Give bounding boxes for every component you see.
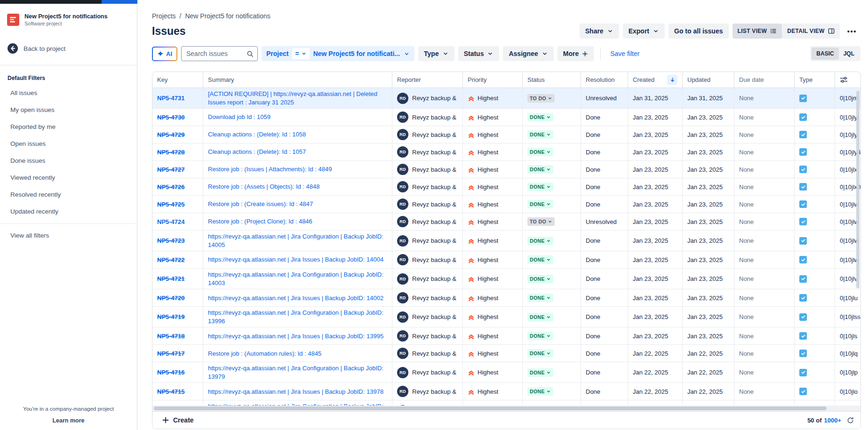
status-filter-dropdown[interactable]: Status	[458, 46, 500, 61]
sidebar-item-done-issues[interactable]: Done issues	[0, 152, 137, 169]
table-row[interactable]: NP5-4714 https://revyz-qa.atlassian.net …	[152, 400, 860, 406]
table-row[interactable]: NP5-4727 Restore job : (Issues | Attachm…	[152, 161, 860, 178]
column-header-status[interactable]: Status	[523, 72, 581, 88]
status-dropdown[interactable]: TO DO	[527, 217, 555, 226]
issue-key-link[interactable]: NP5-4722	[157, 256, 185, 263]
issue-summary-link[interactable]: https://revyz-qa.atlassian.net | Jira Is…	[208, 388, 383, 396]
issue-summary-link[interactable]: Restore job : (Create issues): Id : 4847	[208, 200, 313, 208]
horizontal-scrollbar-thumb[interactable]	[154, 406, 827, 410]
issue-summary-link[interactable]: Restore job : (Automation rules): Id : 4…	[208, 350, 321, 358]
column-header-settings[interactable]	[835, 72, 861, 88]
table-row[interactable]: NP5-4729 Cleanup actions : (Delete): Id …	[152, 126, 860, 143]
issue-key-link[interactable]: NP5-4731	[157, 95, 185, 102]
issue-summary-link[interactable]: https://revyz-qa.atlassian.net | Jira Is…	[208, 332, 383, 341]
status-dropdown[interactable]: DONE	[527, 368, 553, 377]
column-header-reporter[interactable]: Reporter	[392, 72, 463, 88]
table-row[interactable]: NP5-4726 Restore job : (Assets | Objects…	[152, 178, 860, 196]
issue-summary-link[interactable]: https://revyz-qa.atlassian.net | Jira Co…	[208, 309, 387, 325]
issue-summary-link[interactable]: https://revyz-qa.atlassian.net | Jira Is…	[208, 294, 383, 303]
create-issue-button[interactable]: Create	[159, 416, 197, 424]
sidebar-item-view-all-filters[interactable]: View all filters	[0, 227, 137, 244]
save-filter-button[interactable]: Save filter	[607, 49, 642, 58]
issue-key-link[interactable]: NP5-4716	[157, 369, 185, 376]
issue-key-link[interactable]: NP5-4725	[157, 201, 185, 208]
issue-key-link[interactable]: NP5-4723	[157, 237, 185, 244]
column-header-summary[interactable]: Summary	[203, 72, 392, 88]
status-dropdown[interactable]: TO DO	[527, 94, 555, 103]
table-row[interactable]: NP5-4720 https://revyz-qa.atlassian.net …	[152, 289, 860, 307]
issue-summary-link[interactable]: Download job Id : 1059	[208, 113, 271, 121]
issue-key-link[interactable]: NP5-4728	[157, 149, 185, 156]
status-dropdown[interactable]: DONE	[527, 183, 553, 191]
column-header-key[interactable]: Key	[152, 72, 203, 88]
issue-key-link[interactable]: NP5-4717	[157, 350, 185, 357]
table-row[interactable]: NP5-4731 [ACTION REQUIRED] | https://rev…	[152, 88, 860, 109]
table-row[interactable]: NP5-4728 Cleanup actions : (Delete): Id …	[152, 143, 860, 161]
go-to-all-issues-button[interactable]: Go to all issues	[669, 24, 728, 39]
operator-dropdown[interactable]: =	[292, 48, 309, 59]
sidebar-item-open-issues[interactable]: Open issues	[0, 135, 137, 152]
vertical-scrollbar-thumb[interactable]	[856, 91, 860, 288]
issue-summary-link[interactable]: https://revyz-qa.atlassian.net | Jira Co…	[208, 271, 387, 287]
status-dropdown[interactable]: DONE	[527, 294, 553, 302]
issue-key-link[interactable]: NP5-4724	[157, 218, 185, 225]
basic-mode-toggle[interactable]: BASIC	[812, 48, 838, 60]
status-dropdown[interactable]: DONE	[527, 275, 553, 283]
status-dropdown[interactable]: DONE	[527, 130, 553, 139]
status-dropdown[interactable]: DONE	[527, 237, 553, 245]
sort-descending-indicator[interactable]	[667, 75, 677, 85]
table-row[interactable]: NP5-4723 https://revyz-qa.atlassian.net …	[152, 231, 860, 251]
table-row[interactable]: NP5-4717 Restore job : (Automation rules…	[152, 345, 860, 362]
issue-key-link[interactable]: NP5-4718	[157, 333, 185, 340]
sidebar-item-reported-by-me[interactable]: Reported by me	[0, 118, 137, 135]
status-dropdown[interactable]: DONE	[527, 313, 553, 321]
column-header-updated[interactable]: Updated	[683, 72, 734, 88]
sidebar-item-viewed-recently[interactable]: Viewed recently	[0, 169, 137, 186]
issue-summary-link[interactable]: [ACTION REQUIRED] | https://revyz-qa.atl…	[208, 90, 387, 106]
table-row[interactable]: NP5-4725 Restore job : (Create issues): …	[152, 196, 860, 213]
column-header-priority[interactable]: Priority	[463, 72, 523, 88]
column-header-type[interactable]: Type	[795, 72, 835, 88]
sidebar-item-all-issues[interactable]: All issues	[0, 84, 137, 101]
list-view-toggle[interactable]: LIST VIEW	[733, 24, 782, 39]
issue-key-link[interactable]: NP5-4727	[157, 166, 185, 173]
project-filter-chip[interactable]: Project = New Project5 for notificati...	[262, 46, 414, 61]
table-row[interactable]: NP5-4722 https://revyz-qa.atlassian.net …	[152, 251, 860, 269]
breadcrumb-projects-link[interactable]: Projects	[152, 12, 176, 20]
back-to-project-link[interactable]: Back to project	[8, 43, 137, 54]
status-dropdown[interactable]: DONE	[527, 332, 553, 340]
issue-summary-link[interactable]: Restore job : (Assets | Objects): Id : 4…	[208, 183, 319, 191]
issue-key-link[interactable]: NP5-4715	[157, 388, 185, 395]
table-row[interactable]: NP5-4719 https://revyz-qa.atlassian.net …	[152, 307, 860, 327]
total-count-link[interactable]: 1000+	[824, 417, 841, 424]
more-filters-button[interactable]: More	[557, 46, 594, 61]
share-button[interactable]: Share	[580, 24, 619, 39]
search-input[interactable]	[185, 49, 244, 58]
type-filter-dropdown[interactable]: Type	[418, 46, 454, 61]
refresh-button[interactable]	[847, 417, 854, 424]
table-row[interactable]: NP5-4724 Restore job : (Project Clone): …	[152, 213, 860, 231]
jql-mode-toggle[interactable]: JQL	[839, 48, 859, 60]
status-dropdown[interactable]: DONE	[527, 255, 553, 264]
table-row[interactable]: NP5-4716 https://revyz-qa.atlassian.net …	[152, 362, 860, 383]
issue-summary-link[interactable]: https://revyz-qa.atlassian.net | Jira Co…	[208, 232, 387, 249]
table-row[interactable]: NP5-4718 https://revyz-qa.atlassian.net …	[152, 327, 860, 345]
status-dropdown[interactable]: DONE	[527, 113, 553, 121]
issue-summary-link[interactable]: Cleanup actions : (Delete): Id : 1058	[208, 130, 306, 139]
status-dropdown[interactable]: DONE	[527, 148, 553, 156]
issue-summary-link[interactable]: Restore job : (Project Clone): Id : 4846	[208, 217, 312, 226]
more-actions-button[interactable]: •••	[844, 27, 860, 35]
issue-key-link[interactable]: NP5-4729	[157, 131, 185, 138]
column-header-due-date[interactable]: Due date	[734, 72, 795, 88]
issue-summary-link[interactable]: Restore job : (Issues | Attachments): Id…	[208, 165, 332, 174]
breadcrumb-project-link[interactable]: New Project5 for notifications	[185, 12, 270, 20]
column-header-resolution[interactable]: Resolution	[581, 72, 628, 88]
issue-key-link[interactable]: NP5-4721	[157, 275, 185, 282]
export-button[interactable]: Export	[623, 24, 665, 39]
table-row[interactable]: NP5-4730 Download job Id : 1059 RD Revyz…	[152, 109, 860, 126]
issue-key-link[interactable]: NP5-4726	[157, 183, 185, 191]
assignee-filter-dropdown[interactable]: Assignee	[503, 46, 553, 61]
status-dropdown[interactable]: DONE	[527, 200, 553, 208]
sidebar-item-my-open-issues[interactable]: My open issues	[0, 101, 137, 118]
detail-view-toggle[interactable]: DETAIL VIEW	[782, 24, 840, 39]
